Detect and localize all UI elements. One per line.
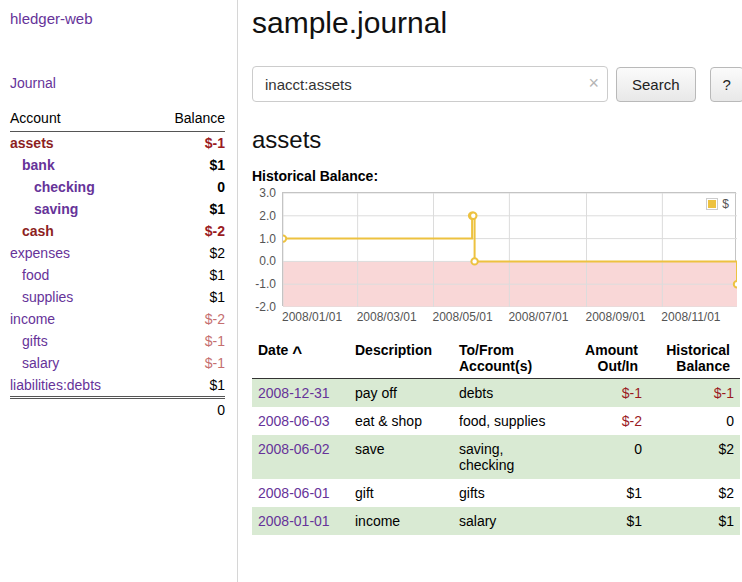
transaction-date-link[interactable]: 2008-06-02	[258, 441, 330, 457]
register-header-date: Date^	[252, 340, 349, 379]
chart-y-axis: 3.02.01.00.0-1.0-2.0	[252, 192, 282, 308]
y-tick-label: -1.0	[255, 278, 276, 290]
transaction-balance: $2	[648, 435, 740, 479]
hledger-web-page: hledger-web Journal Account Balance asse…	[0, 0, 742, 582]
account-row: cash $-2	[10, 220, 225, 242]
transaction-balance: $1	[648, 507, 740, 535]
chart-x-axis: 2008/01/012008/03/012008/05/012008/07/01…	[282, 306, 736, 324]
chart-point	[470, 213, 476, 219]
account-row: liabilities:debts $1	[10, 374, 225, 398]
register-body: 2008-12-31 pay off debts $-1 $-1 2008-06…	[252, 379, 740, 536]
account-balance: $1	[148, 374, 225, 398]
y-tick-label: 0.0	[259, 255, 276, 267]
account-balance: $2	[148, 242, 225, 264]
account-row: food $1	[10, 264, 225, 286]
page-title: sample.journal	[252, 6, 742, 40]
transaction-balance: 0	[648, 407, 740, 435]
legend-swatch	[706, 198, 718, 210]
account-link[interactable]: salary	[22, 355, 59, 371]
register-header-row: Date^ Description To/From Account(s) Amo…	[252, 340, 740, 379]
account-balance: $-1	[148, 132, 225, 155]
register-header-amount: Amount Out/In	[571, 340, 648, 379]
register-row: 2008-01-01 income salary $1 $1	[252, 507, 740, 535]
account-link[interactable]: expenses	[10, 245, 70, 261]
x-tick-label: 2008/01/01	[282, 310, 342, 324]
account-link[interactable]: liabilities:debts	[10, 377, 101, 393]
register-row: 2008-06-03 eat & shop food, supplies $-2…	[252, 407, 740, 435]
account-row: saving $1	[10, 198, 225, 220]
transaction-description: gift	[349, 479, 453, 507]
account-balance: $-1	[148, 330, 225, 352]
transaction-date-link[interactable]: 2008-06-03	[258, 413, 330, 429]
transaction-amount: $-2	[571, 407, 648, 435]
account-balance: $-1	[148, 352, 225, 374]
help-button[interactable]: ?	[710, 67, 742, 102]
account-balance: $1	[148, 198, 225, 220]
accounts-total-spacer	[10, 398, 148, 422]
account-link[interactable]: bank	[22, 157, 55, 173]
account-row: assets $-1	[10, 132, 225, 155]
transaction-date-link[interactable]: 2008-12-31	[258, 385, 330, 401]
account-balance: $-2	[148, 308, 225, 330]
account-link[interactable]: gifts	[22, 333, 48, 349]
account-link[interactable]: income	[10, 311, 55, 327]
account-row: salary $-1	[10, 352, 225, 374]
main-content: sample.journal × Search ? assets Histori…	[238, 0, 742, 582]
transaction-amount: 0	[571, 435, 648, 479]
nav-journal-link[interactable]: Journal	[10, 75, 225, 91]
search-input[interactable]	[252, 66, 608, 102]
transaction-accounts: debts	[453, 379, 571, 408]
account-balance: $1	[148, 264, 225, 286]
transaction-accounts: gifts	[453, 479, 571, 507]
date-header-label: Date	[258, 342, 288, 358]
x-tick-label: 2008/05/01	[433, 310, 493, 324]
transaction-accounts: saving, checking	[453, 435, 571, 479]
transaction-amount: $1	[571, 479, 648, 507]
historical-balance-chart: 3.02.01.00.0-1.0-2.0 $ 2008/01/012008/03…	[252, 192, 742, 324]
app-title-link[interactable]: hledger-web	[10, 10, 225, 27]
chart-point	[283, 235, 286, 241]
accounts-total-row: 0	[10, 398, 225, 422]
account-link[interactable]: supplies	[22, 289, 73, 305]
register-header-balance: Historical Balance	[648, 340, 740, 379]
x-tick-label: 2008/07/01	[508, 310, 568, 324]
register-header-accounts: To/From Account(s)	[453, 340, 571, 379]
account-balance: $-2	[148, 220, 225, 242]
chart-title: Historical Balance:	[252, 168, 742, 184]
chart-legend: $	[703, 196, 732, 212]
search-button[interactable]: Search	[616, 67, 696, 102]
transaction-balance: $-1	[648, 379, 740, 408]
transaction-description: save	[349, 435, 453, 479]
transaction-date-link[interactable]: 2008-06-01	[258, 485, 330, 501]
transaction-description: income	[349, 507, 453, 535]
sort-by-date-link[interactable]: Date^	[258, 342, 302, 358]
x-tick-label: 2008/11/01	[661, 310, 720, 324]
account-link[interactable]: saving	[34, 201, 78, 217]
transaction-description: pay off	[349, 379, 453, 408]
account-link[interactable]: checking	[34, 179, 95, 195]
transaction-description: eat & shop	[349, 407, 453, 435]
account-balance: 0	[148, 176, 225, 198]
account-link[interactable]: assets	[10, 135, 54, 151]
account-row: checking 0	[10, 176, 225, 198]
account-link[interactable]: food	[22, 267, 49, 283]
clear-search-icon[interactable]: ×	[588, 73, 599, 94]
account-row: expenses $2	[10, 242, 225, 264]
chart-point	[471, 258, 477, 264]
y-tick-label: 2.0	[259, 210, 276, 222]
chart-plot-column: $ 2008/01/012008/03/012008/05/012008/07/…	[282, 192, 736, 324]
accounts-header-account: Account	[10, 107, 148, 132]
legend-label: $	[722, 197, 729, 211]
register-row: 2008-12-31 pay off debts $-1 $-1	[252, 379, 740, 408]
account-heading: assets	[252, 126, 742, 154]
account-row: bank $1	[10, 154, 225, 176]
transaction-balance: $2	[648, 479, 740, 507]
transaction-amount: $-1	[571, 379, 648, 408]
transaction-date-link[interactable]: 2008-01-01	[258, 513, 330, 529]
x-tick-label: 2008/09/01	[585, 310, 645, 324]
account-link[interactable]: cash	[22, 223, 54, 239]
chart-canvas	[283, 193, 737, 307]
account-balance: $1	[148, 154, 225, 176]
transaction-accounts: salary	[453, 507, 571, 535]
account-row: gifts $-1	[10, 330, 225, 352]
